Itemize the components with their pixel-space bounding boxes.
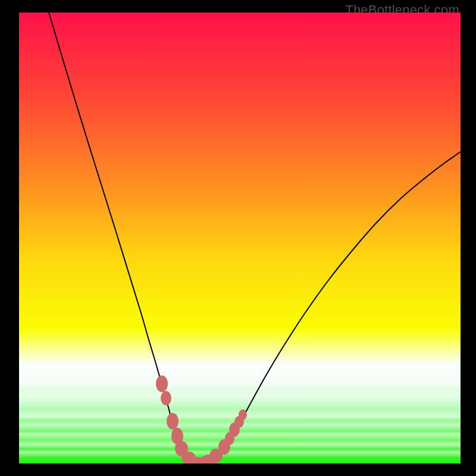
plot-area [19,12,461,464]
gradient-background [19,12,461,464]
frame: TheBottleneck.com [0,0,476,476]
chart-svg [19,12,461,464]
data-marker [167,413,178,430]
data-marker [156,375,168,392]
data-marker [239,409,247,420]
data-marker [161,391,171,405]
